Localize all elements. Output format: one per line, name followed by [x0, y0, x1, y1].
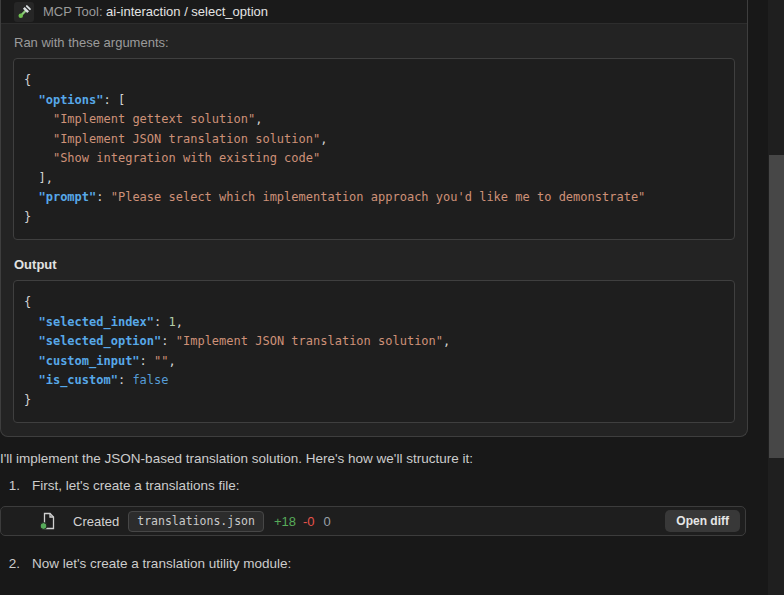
mcp-tool-card: MCP Tool: ai-interaction / select_option… [0, 0, 748, 437]
diff-neutral-count: 0 [324, 514, 331, 529]
created-action-label: Created [73, 514, 119, 529]
mcp-tool-header[interactable]: MCP Tool: ai-interaction / select_option [1, 0, 747, 24]
diff-additions-count: +18 [274, 514, 296, 529]
list-item-1-number: 1. [0, 477, 20, 495]
list-item-2: 2. Now let's create a translation utilit… [0, 555, 768, 573]
scrollbar-track[interactable] [768, 0, 784, 595]
scrollbar-thumb[interactable] [769, 155, 784, 458]
arguments-label: Ran with these arguments: [14, 35, 735, 50]
list-item-1: 1. First, let's create a translations fi… [0, 477, 768, 495]
open-diff-button[interactable]: Open diff [665, 510, 740, 532]
arguments-code-block: { "options": [ "Implement gettext soluti… [13, 58, 735, 240]
chat-content: MCP Tool: ai-interaction / select_option… [0, 0, 768, 573]
created-filename-pill[interactable]: translations.json [128, 511, 264, 532]
output-label: Output [14, 257, 735, 272]
tool-body: Ran with these arguments: { "options": [… [1, 24, 747, 436]
assistant-message: I'll implement the JSON-based translatio… [0, 437, 768, 573]
list-item-2-number: 2. [0, 555, 20, 573]
tool-title-prefix: MCP Tool: [43, 4, 106, 19]
mcp-hammer-icon [14, 2, 34, 22]
list-item-2-text: Now let's create a translation utility m… [32, 555, 291, 573]
list-item-1-text: First, let's create a translations file: [32, 477, 239, 495]
tool-title: MCP Tool: ai-interaction / select_option [43, 4, 268, 19]
created-file-card: Created translations.json +18 -0 0 Open … [0, 506, 746, 536]
message-intro: I'll implement the JSON-based translatio… [0, 450, 768, 468]
diff-deletions-count: -0 [303, 514, 315, 529]
tool-title-name: ai-interaction / select_option [106, 4, 268, 19]
output-code-block: { "selected_index": 1, "selected_option"… [13, 280, 735, 423]
new-file-icon [39, 512, 57, 530]
